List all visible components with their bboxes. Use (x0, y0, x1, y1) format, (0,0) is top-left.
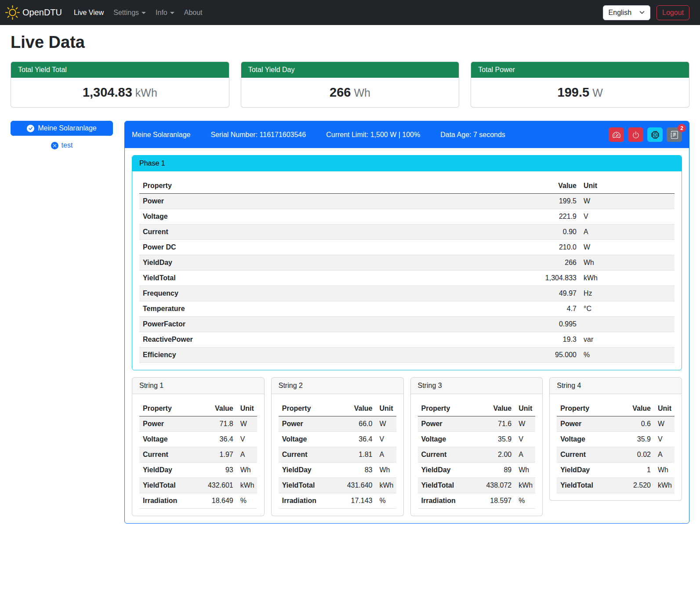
navbar: OpenDTU Live View Settings Info About En… (0, 0, 700, 25)
value-cell: 19.3 (523, 332, 580, 347)
table-row: YieldDay 93 Wh (139, 463, 257, 478)
summary-card-body: 1,304.83kWh (11, 78, 229, 107)
limit-settings-button[interactable] (609, 127, 624, 142)
speedometer-icon (613, 131, 620, 139)
phase-title: Phase 1 (132, 156, 682, 171)
sun-icon (5, 5, 20, 20)
column-header-property: Property (139, 401, 202, 416)
column-header-value: Value (202, 401, 237, 416)
table-header-row: Property Value Unit (418, 401, 536, 416)
nav-item-about[interactable]: About (179, 5, 207, 20)
unit-cell: var (580, 332, 675, 347)
value-cell: 1.97 (202, 447, 237, 463)
sidebar-item-meine-solaranlage[interactable]: Meine Solaranlage (11, 121, 113, 136)
summary-card-body: 199.5W (471, 78, 689, 107)
property-cell: Irradiation (418, 493, 480, 509)
table-row: YieldTotal 2.520 kWh (557, 478, 675, 493)
unit-cell: V (580, 209, 675, 224)
unit-cell: % (376, 493, 396, 509)
sidebar-item-test[interactable]: test (11, 138, 113, 152)
summary-unit: kWh (135, 87, 157, 99)
value-cell: 89 (480, 463, 515, 478)
value-cell: 18.649 (202, 493, 237, 509)
property-cell: Power (139, 416, 202, 432)
table-row: Voltage 221.9 V (139, 209, 675, 224)
property-cell: YieldTotal (139, 271, 523, 286)
property-cell: Voltage (557, 432, 619, 447)
table-header-row: Property Value Unit (557, 401, 675, 416)
table-row: ReactivePower 19.3 var (139, 332, 675, 347)
table-row: Power 0.6 W (557, 416, 675, 432)
value-cell: 35.9 (480, 432, 515, 447)
value-cell: 95.000 (523, 347, 580, 363)
table-row: PowerFactor 0.995 (139, 317, 675, 332)
main-row: Meine Solaranlage test Meine Solaranlage… (11, 121, 689, 536)
property-cell: Power (418, 416, 480, 432)
property-cell: Irradiation (279, 493, 341, 509)
logout-button[interactable]: Logout (656, 5, 689, 20)
unit-cell: W (237, 416, 257, 432)
property-cell: YieldDay (139, 255, 523, 271)
property-cell: ReactivePower (139, 332, 523, 347)
phase-card: Phase 1 Property Value Unit (132, 155, 682, 370)
unit-cell: W (580, 194, 675, 209)
table-row: Efficiency 95.000 % (139, 347, 675, 363)
property-cell: Current (139, 224, 523, 240)
property-cell: Frequency (139, 286, 523, 301)
table-row: Power DC 210.0 W (139, 240, 675, 255)
property-cell: YieldTotal (139, 478, 202, 493)
summary-value: 266 (330, 85, 351, 99)
unit-cell: Wh (515, 463, 535, 478)
summary-value: 199.5 (558, 85, 590, 99)
value-cell: 432.601 (202, 478, 237, 493)
value-cell: 2.520 (619, 478, 654, 493)
power-button[interactable] (628, 127, 643, 142)
unit-cell: % (515, 493, 535, 509)
table-row: Irradiation 18.597 % (418, 493, 536, 509)
unit-cell: V (654, 432, 675, 447)
string-title: String 2 (272, 378, 403, 394)
table-row: Current 0.90 A (139, 224, 675, 240)
table-header-row: Property Value Unit (279, 401, 396, 416)
property-cell: YieldTotal (557, 478, 619, 493)
unit-cell: Wh (654, 463, 675, 478)
value-cell: 17.143 (341, 493, 376, 509)
string-table: Property Value Unit Power 66.0 W (279, 401, 396, 509)
value-cell: 1 (619, 463, 654, 478)
sidebar-item-label: test (62, 141, 73, 149)
brand[interactable]: OpenDTU (5, 5, 62, 20)
inverter-data-age: Data Age: 7 seconds (440, 131, 505, 139)
property-cell: YieldTotal (279, 478, 341, 493)
language-select[interactable]: English (603, 5, 650, 20)
column-header-value: Value (480, 401, 515, 416)
column-header-property: Property (139, 178, 523, 194)
unit-cell: Wh (580, 255, 675, 271)
value-cell: 0.6 (619, 416, 654, 432)
device-info-button[interactable] (647, 127, 663, 142)
property-cell: Current (557, 447, 619, 463)
event-count-badge: 2 (678, 124, 686, 132)
unit-cell: A (515, 447, 535, 463)
summary-card-total-yield-total: Total Yield Total 1,304.83kWh (11, 62, 229, 108)
page-container: Live Data Total Yield Total 1,304.83kWh … (0, 33, 700, 536)
nav-links: Live View Settings Info About (69, 5, 207, 20)
unit-cell: V (237, 432, 257, 447)
property-cell: YieldTotal (418, 478, 480, 493)
table-row: Power 71.6 W (418, 416, 536, 432)
table-row: Irradiation 18.649 % (139, 493, 257, 509)
nav-item-settings-label: Settings (113, 9, 139, 16)
nav-item-info[interactable]: Info (151, 5, 179, 20)
event-log-button[interactable]: 2 (667, 127, 682, 142)
unit-cell: A (654, 447, 675, 463)
nav-item-settings[interactable]: Settings (109, 5, 151, 20)
phase-body: Property Value Unit Power 199.5 W (132, 171, 682, 370)
unit-cell: Wh (376, 463, 396, 478)
property-cell: YieldDay (418, 463, 480, 478)
string-table: Property Value Unit Power 71.8 W (139, 401, 257, 509)
column-header-unit: Unit (515, 401, 535, 416)
journal-icon (671, 131, 678, 139)
table-row: Current 1.81 A (279, 447, 396, 463)
value-cell: 210.0 (523, 240, 580, 255)
nav-item-live-view[interactable]: Live View (69, 5, 109, 20)
unit-cell: Hz (580, 286, 675, 301)
